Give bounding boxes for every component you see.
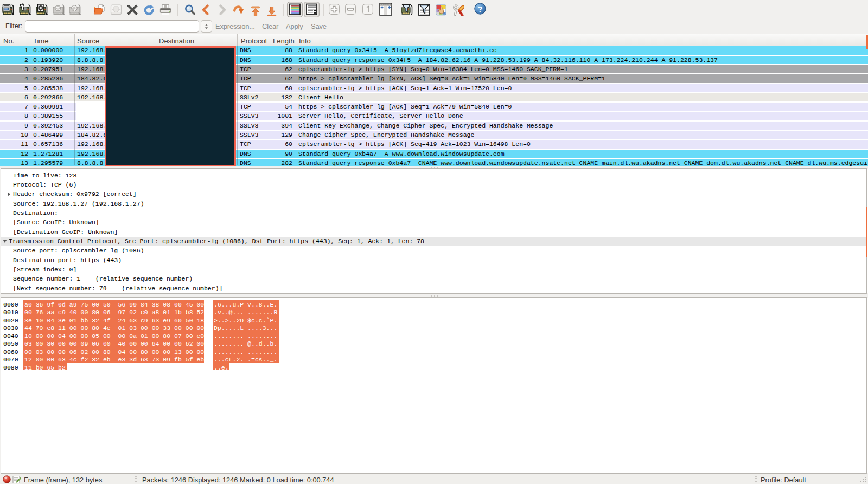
svg-text:?: ?: [477, 4, 482, 14]
